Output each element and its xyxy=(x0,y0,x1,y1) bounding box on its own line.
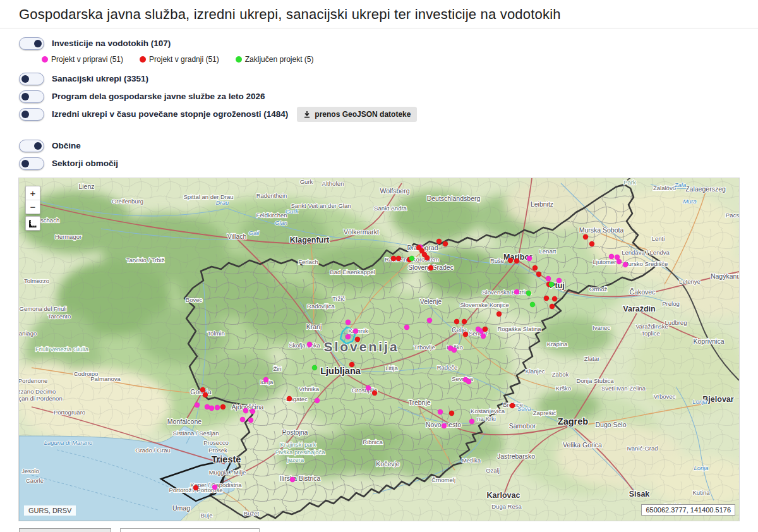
map-marker-gradnji[interactable] xyxy=(454,319,459,324)
map-marker-gradnji[interactable] xyxy=(462,319,467,324)
map-marker-gradnji[interactable] xyxy=(514,258,519,263)
slovenia-map-canvas[interactable]: LienzGreifenburgSpittal an der DrauRaden… xyxy=(19,178,739,521)
map-marker-gradnji[interactable] xyxy=(436,239,442,244)
map-marker-gradnji[interactable] xyxy=(532,265,538,270)
map-marker-pripravi[interactable] xyxy=(623,262,628,267)
map-label: Škofja Loka xyxy=(289,342,320,349)
footer-tab-1[interactable]: Sektor območja srednje Save xyxy=(120,528,260,532)
map-marker-gradnji[interactable] xyxy=(220,404,226,409)
map-marker-pripravi[interactable] xyxy=(452,348,457,353)
legend-label: Projekt v pripravi (51) xyxy=(51,55,123,64)
map-marker-pripravi[interactable] xyxy=(290,477,295,482)
map-marker-pripravi[interactable] xyxy=(514,289,519,294)
toggle-program[interactable] xyxy=(19,90,44,103)
toggle-knob xyxy=(21,111,29,118)
map-label: Litija xyxy=(385,365,398,372)
map-label: Tolmin xyxy=(207,330,224,337)
toggle-sektorji[interactable] xyxy=(19,157,44,170)
map-label: Daçan di Pordenon xyxy=(19,395,63,402)
map-marker-pripravi[interactable] xyxy=(195,402,200,408)
map-marker-pripravi[interactable] xyxy=(469,419,474,424)
legend-item-zakljucen: Zaključen projekt (5) xyxy=(236,55,314,64)
map-marker-gradnji[interactable] xyxy=(589,241,594,246)
map-marker-pripravi[interactable] xyxy=(240,417,245,422)
map-marker-gradnji[interactable] xyxy=(424,255,430,260)
map-marker-pripravi[interactable] xyxy=(546,276,551,281)
map-marker-pripravi[interactable] xyxy=(442,423,447,428)
map-marker-pripravi[interactable] xyxy=(215,405,220,410)
map-marker-pripravi[interactable] xyxy=(243,408,248,413)
map-marker-gradnji[interactable] xyxy=(544,296,549,301)
map-marker-pripravi[interactable] xyxy=(346,320,351,325)
zoom-out-button[interactable]: − xyxy=(26,200,40,214)
map-label: Gemona del Friuli xyxy=(20,305,67,312)
map-marker-gradnji[interactable] xyxy=(483,327,488,332)
measure-tool-button[interactable] xyxy=(25,216,40,231)
map-marker-pripravi[interactable] xyxy=(556,278,562,283)
map-marker-pripravi[interactable] xyxy=(307,342,312,347)
map-label: Zalalövő xyxy=(653,184,676,191)
zoom-in-button[interactable]: + xyxy=(26,186,40,200)
map-marker-gradnji[interactable] xyxy=(349,362,354,367)
map-label: Toplice xyxy=(641,330,660,337)
toggle-investicije[interactable] xyxy=(19,37,44,50)
map-marker-gradnji[interactable] xyxy=(391,256,396,261)
map-marker-pripravi[interactable] xyxy=(427,318,432,323)
map-marker-pripravi[interactable] xyxy=(527,256,532,261)
map-marker-pripravi[interactable] xyxy=(212,485,217,490)
map-marker-gradnji[interactable] xyxy=(372,390,377,396)
map-marker-pripravi[interactable] xyxy=(209,406,214,411)
map-marker-gradnji[interactable] xyxy=(508,258,513,263)
map-marker-gradnji[interactable] xyxy=(200,387,205,392)
map-marker-gradnji[interactable] xyxy=(510,403,515,408)
map-marker-gradnji[interactable] xyxy=(449,411,454,416)
footer-tab-0[interactable]: Občina Komenda xyxy=(19,528,111,532)
map-label: Azzano Decimo xyxy=(19,388,56,395)
map-marker-pripravi[interactable] xyxy=(315,398,320,403)
map-marker-gradnji[interactable] xyxy=(552,296,557,301)
map-marker-zakljucen[interactable] xyxy=(530,302,535,307)
map-marker-pripravi[interactable] xyxy=(609,254,614,259)
map-marker-pripravi[interactable] xyxy=(617,259,622,264)
map-marker-pripravi[interactable] xyxy=(466,379,471,384)
map-marker-pripravi[interactable] xyxy=(481,334,486,339)
toggle-izredni[interactable] xyxy=(19,108,44,121)
legend-dot-zakljucen xyxy=(236,56,242,63)
selection-tabs: Občina KomendaSektor območja srednje Sav… xyxy=(19,528,758,532)
map-marker-gradnji[interactable] xyxy=(193,485,198,490)
map-marker-pripravi[interactable] xyxy=(263,377,268,382)
download-geojson-button[interactable]: prenos GeoJSON datoteke xyxy=(297,107,417,122)
map-marker-pripravi[interactable] xyxy=(366,385,371,390)
map-marker-gradnji[interactable] xyxy=(203,392,208,397)
map-label: Gail xyxy=(249,229,260,236)
map-marker-pripravi[interactable] xyxy=(353,329,358,334)
map-marker-zakljucen[interactable] xyxy=(312,365,317,370)
map-marker-pripravi[interactable] xyxy=(346,334,351,339)
map-marker-gradnji[interactable] xyxy=(463,332,468,337)
map-label: Velenje xyxy=(420,298,442,305)
map-marker-zakljucen[interactable] xyxy=(526,291,531,296)
map-marker-pripravi[interactable] xyxy=(404,325,409,330)
map-marker-pripravi[interactable] xyxy=(248,418,253,423)
map-marker-gradnji[interactable] xyxy=(396,256,401,261)
map-marker-gradnji[interactable] xyxy=(428,265,433,270)
map-marker-gradnji[interactable] xyxy=(496,311,502,317)
map-container[interactable]: LienzGreifenburgSpittal an der DrauRaden… xyxy=(19,178,739,521)
map-marker-zakljucen[interactable] xyxy=(549,282,554,287)
map-label: Radenthein xyxy=(256,192,287,199)
map-marker-gradnji[interactable] xyxy=(536,272,541,277)
map-marker-pripravi[interactable] xyxy=(250,409,255,414)
map-marker-gradnji[interactable] xyxy=(583,234,588,239)
map-marker-gradnji[interactable] xyxy=(287,396,292,401)
map-marker-gradnji[interactable] xyxy=(355,337,360,342)
toggle-obcine[interactable] xyxy=(19,140,44,152)
map-label: Vrbovec xyxy=(654,393,676,400)
map-marker-zakljucen[interactable] xyxy=(409,256,414,261)
page: Gospodarska javna služba, izredni ukrepi… xyxy=(0,0,758,532)
map-label: Bovec xyxy=(186,296,203,303)
toggle-knob xyxy=(21,93,29,100)
map-marker-gradnji[interactable] xyxy=(550,304,555,309)
map-marker-gradnji[interactable] xyxy=(443,241,448,246)
map-marker-pripravi[interactable] xyxy=(438,409,443,414)
toggle-sanacijski[interactable] xyxy=(19,73,44,85)
